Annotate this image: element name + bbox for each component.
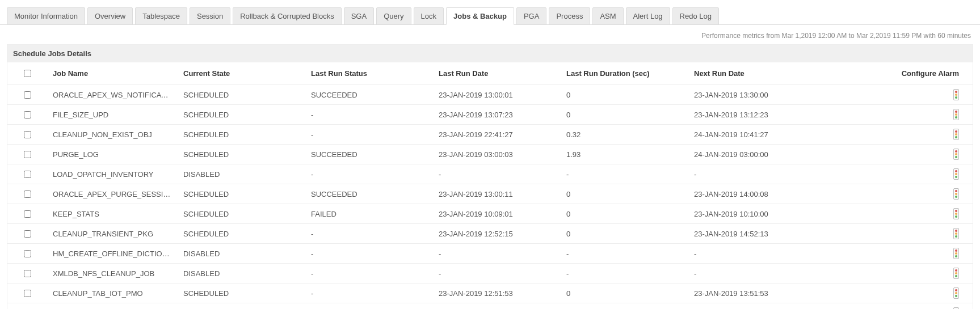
cell-next-run-date: -: [688, 244, 836, 264]
cell-current-state: SCHEDULED: [178, 105, 305, 125]
row-checkbox[interactable]: [24, 230, 31, 238]
table-row: LOAD_OPATCH_INVENTORYDISABLED----: [7, 164, 973, 184]
row-checkbox[interactable]: [24, 91, 31, 99]
row-checkbox[interactable]: [24, 210, 31, 218]
row-checkbox-cell: [7, 85, 47, 105]
row-checkbox[interactable]: [24, 290, 31, 297]
cell-last-run-date: 23-JAN-2019 13:00:01: [433, 85, 561, 105]
tab-jobs-backup[interactable]: Jobs & Backup: [446, 7, 514, 25]
cell-configure-alarm: [836, 264, 973, 283]
cell-next-run-date: 23-JAN-2019 14:52:13: [688, 224, 836, 244]
traffic-light-icon[interactable]: [953, 248, 959, 259]
cell-last-run-date: 23-JAN-2019 12:52:15: [433, 224, 561, 244]
cell-last-run-duration: -: [561, 264, 688, 283]
col-next-run-date[interactable]: Next Run Date: [688, 62, 836, 85]
cell-job-name: CLEANUP_TRANSIENT_PKG: [47, 224, 178, 244]
row-checkbox-cell: [7, 264, 47, 283]
row-checkbox[interactable]: [24, 111, 31, 118]
cell-last-run-status: SUCCEEDED: [305, 184, 433, 204]
cell-last-run-date: 23-JAN-2019 13:00:11: [433, 184, 561, 204]
cell-configure-alarm: [836, 145, 973, 164]
col-current-state[interactable]: Current State: [178, 62, 305, 85]
tab-lock[interactable]: Lock: [414, 7, 444, 25]
traffic-light-icon[interactable]: [953, 168, 959, 180]
traffic-light-icon[interactable]: [953, 188, 959, 200]
cell-current-state: SCHEDULED: [178, 204, 305, 224]
row-checkbox[interactable]: [24, 250, 31, 257]
row-checkbox-cell: [7, 164, 47, 184]
traffic-light-icon[interactable]: [953, 149, 959, 160]
cell-current-state: SCHEDULED: [178, 184, 305, 204]
cell-configure-alarm: [836, 204, 973, 224]
row-checkbox-cell: [7, 145, 47, 164]
traffic-light-icon[interactable]: [953, 228, 959, 239]
tab-asm[interactable]: ASM: [592, 7, 623, 25]
section-title: Schedule Jobs Details: [7, 45, 973, 62]
cell-next-run-date: 23-JAN-2019 13:30:00: [688, 85, 836, 105]
cell-last-run-status: SUCCEEDED: [305, 85, 433, 105]
traffic-light-icon[interactable]: [953, 129, 959, 140]
row-checkbox-cell: [7, 105, 47, 125]
row-checkbox[interactable]: [24, 151, 31, 158]
traffic-light-icon[interactable]: [953, 208, 959, 219]
cell-configure-alarm: [836, 85, 973, 105]
tab-query[interactable]: Query: [376, 7, 411, 25]
cell-configure-alarm: [836, 125, 973, 145]
cell-next-run-date: 23-JAN-2019 10:10:00: [688, 204, 836, 224]
col-last-run-duration[interactable]: Last Run Duration (sec): [561, 62, 688, 85]
cell-last-run-date: -: [433, 244, 561, 264]
col-last-run-date[interactable]: Last Run Date: [433, 62, 561, 85]
cell-configure-alarm: [836, 105, 973, 125]
cell-current-state: SCHEDULED: [178, 224, 305, 244]
header-checkbox-cell: [7, 62, 47, 85]
tab-process[interactable]: Process: [549, 7, 590, 25]
cell-current-state: SCHEDULED: [178, 85, 305, 105]
cell-last-run-duration: 0: [561, 184, 688, 204]
row-checkbox[interactable]: [24, 191, 31, 198]
tab-redo-log[interactable]: Redo Log: [672, 7, 719, 25]
cell-last-run-date: 23-JAN-2019 12:51:53: [433, 283, 561, 303]
cell-configure-alarm: [836, 283, 973, 303]
tab-rollback-corrupted-blocks[interactable]: Rollback & Corrupted Blocks: [233, 7, 341, 25]
col-last-run-status[interactable]: Last Run Status: [305, 62, 433, 85]
tab-pga[interactable]: PGA: [516, 7, 546, 25]
tab-sga[interactable]: SGA: [344, 7, 374, 25]
table-row: CLEANUP_NON_EXIST_OBJSCHEDULED-23-JAN-20…: [7, 125, 973, 145]
traffic-light-icon[interactable]: [953, 268, 959, 279]
cell-next-run-date: 23-JAN-2019 13:12:23: [688, 105, 836, 125]
tab-overview[interactable]: Overview: [87, 7, 133, 25]
col-configure-alarm[interactable]: Configure Alarm: [836, 62, 973, 85]
select-all-checkbox[interactable]: [24, 70, 31, 77]
tab-tablespace[interactable]: Tablespace: [135, 7, 187, 25]
table-row: ORACLE_APEX_PURGE_SESSIONSSCHEDULEDSUCCE…: [7, 184, 973, 204]
cell-job-name: CLEANUP_NON_EXIST_OBJ: [47, 125, 178, 145]
cell-last-run-duration: 0: [561, 85, 688, 105]
tab-session[interactable]: Session: [190, 7, 230, 25]
table-row: FILE_SIZE_UPDSCHEDULED-23-JAN-2019 13:07…: [7, 105, 973, 125]
cell-last-run-status: FAILED: [305, 204, 433, 224]
cell-last-run-status: -: [305, 224, 433, 244]
traffic-light-icon[interactable]: [953, 109, 959, 120]
cell-last-run-status: -: [305, 244, 433, 264]
row-checkbox[interactable]: [24, 270, 31, 277]
cell-last-run-status: -: [305, 164, 433, 184]
traffic-light-icon[interactable]: [953, 287, 959, 299]
tabbar: Monitor InformationOverviewTablespaceSes…: [0, 0, 980, 25]
row-checkbox-cell: [7, 224, 47, 244]
cell-job-name: HM_CREATE_OFFLINE_DICTIONARY: [47, 244, 178, 264]
cell-current-state: SCHEDULED: [178, 125, 305, 145]
cell-job-name: CLEANUP_ONLINE_IND_BUILD: [47, 303, 178, 310]
table-row: XMLDB_NFS_CLEANUP_JOBDISABLED----: [7, 264, 973, 283]
cell-next-run-date: 24-JAN-2019 10:41:27: [688, 125, 836, 145]
tab-alert-log[interactable]: Alert Log: [626, 7, 670, 25]
tab-monitor-information[interactable]: Monitor Information: [7, 7, 85, 25]
row-checkbox[interactable]: [24, 171, 31, 178]
row-checkbox[interactable]: [24, 131, 31, 138]
traffic-light-icon[interactable]: [953, 89, 959, 100]
cell-next-run-date: 24-JAN-2019 03:00:00: [688, 145, 836, 164]
table-row: CLEANUP_TRANSIENT_PKGSCHEDULED-23-JAN-20…: [7, 224, 973, 244]
cell-next-run-date: 23-JAN-2019 13:51:53: [688, 283, 836, 303]
col-job-name[interactable]: Job Name: [47, 62, 178, 85]
cell-next-run-date: 23-JAN-2019 13:51:43: [688, 303, 836, 310]
cell-last-run-duration: 0: [561, 303, 688, 310]
